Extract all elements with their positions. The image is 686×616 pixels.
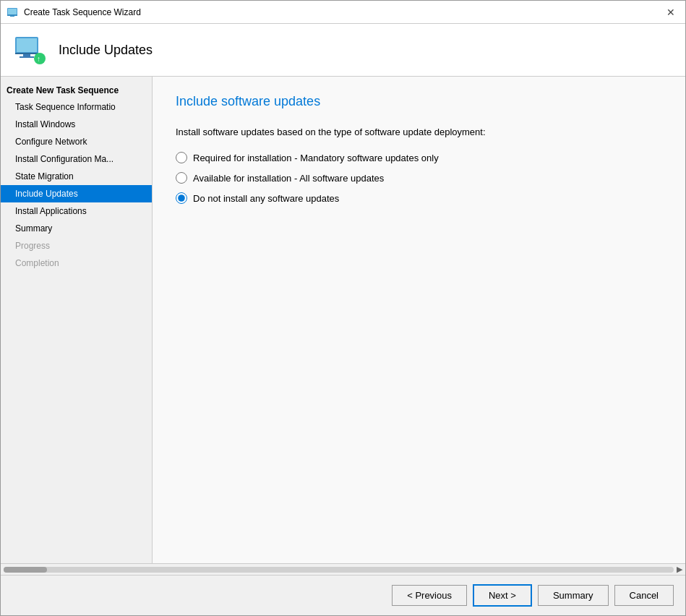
description-text: Install software updates based on the ty… [176,127,662,137]
header-title: Include Updates [59,43,153,58]
main-content: Include software updates Install softwar… [153,77,685,563]
radio-required[interactable] [176,152,187,163]
sidebar-item-summary[interactable]: Summary [1,220,152,237]
scrollbar-thumb[interactable] [4,567,47,573]
window-title: Create Task Sequence Wizard [24,7,141,17]
sidebar-section-header: Create New Task Sequence [1,82,152,98]
sidebar-item-install-config-manager[interactable]: Install Configuration Ma... [1,150,152,168]
content-area: Create New Task Sequence Task Sequence I… [1,77,685,563]
sidebar-item-include-updates[interactable]: Include Updates [1,185,152,202]
scrollbar-track[interactable] [4,567,674,573]
svg-rect-6 [15,53,38,54]
radio-option-available[interactable]: Available for installation - All softwar… [176,172,662,184]
sidebar-item-configure-network[interactable]: Configure Network [1,133,152,150]
svg-rect-1 [8,9,17,14]
sidebar-item-progress: Progress [1,237,152,254]
sidebar-item-install-applications[interactable]: Install Applications [1,202,152,220]
cancel-button[interactable]: Cancel [614,585,674,606]
previous-button[interactable]: < Previous [392,585,467,606]
radio-available-label: Available for installation - All softwar… [193,173,384,184]
window-icon [7,7,18,18]
radio-none-label: Do not install any software updates [193,193,339,204]
svg-rect-3 [10,16,14,17]
summary-button[interactable]: Summary [538,585,609,606]
scrollbar-area[interactable]: ▶ [1,563,685,575]
sidebar-item-completion: Completion [1,254,152,272]
radio-option-none[interactable]: Do not install any software updates [176,192,662,204]
title-bar: Create Task Sequence Wizard ✕ [1,1,685,24]
sidebar-item-install-windows[interactable]: Install Windows [1,116,152,133]
svg-rect-8 [20,56,34,58]
next-button[interactable]: Next > [473,584,532,607]
close-button[interactable]: ✕ [662,4,679,21]
radio-option-required[interactable]: Required for installation - Mandatory so… [176,152,662,163]
sidebar-item-state-migration[interactable]: State Migration [1,168,152,185]
radio-required-label: Required for installation - Mandatory so… [193,153,439,163]
title-bar-left: Create Task Sequence Wizard [7,7,141,18]
wizard-window: Create Task Sequence Wizard ✕ ↑ Include … [0,0,686,616]
radio-group: Required for installation - Mandatory so… [176,152,662,204]
page-title: Include software updates [176,94,662,109]
header-area: ↑ Include Updates [1,24,685,77]
sidebar: Create New Task Sequence Task Sequence I… [1,77,153,563]
sidebar-item-task-sequence-info[interactable]: Task Sequence Informatio [1,98,152,116]
footer: < Previous Next > Summary Cancel [1,575,685,615]
svg-rect-2 [7,14,17,16]
svg-rect-7 [23,54,30,56]
svg-text:↑: ↑ [37,55,40,63]
svg-rect-5 [17,38,37,52]
radio-available[interactable] [176,172,187,184]
radio-none[interactable] [176,192,187,204]
header-icon: ↑ [12,33,47,67]
